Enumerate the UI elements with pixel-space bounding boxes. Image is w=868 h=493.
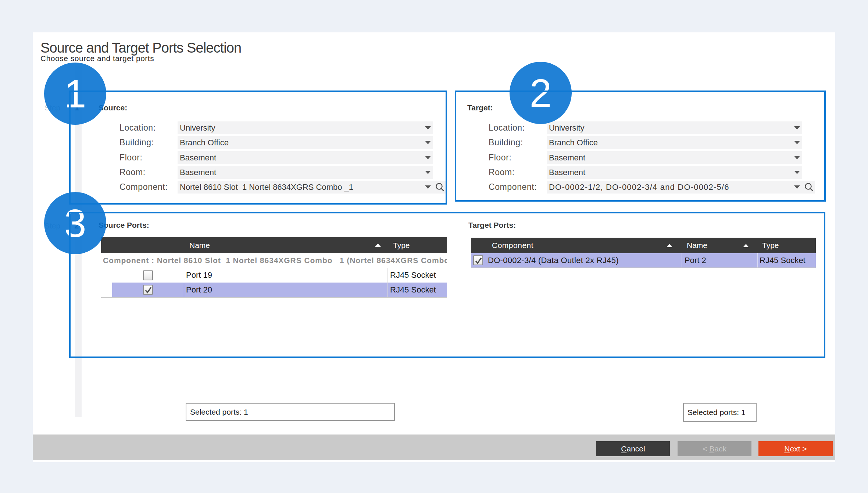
back-button[interactable]: < Back bbox=[678, 441, 751, 456]
button-label: ext > bbox=[790, 444, 807, 453]
page-title: Source and Target Ports Selection bbox=[40, 40, 241, 56]
target-selected-ports-box: Selected ports: 1 bbox=[683, 403, 757, 422]
next-button[interactable]: Next > bbox=[758, 441, 833, 456]
button-label: B bbox=[709, 444, 714, 453]
annotation-rect-1 bbox=[69, 91, 447, 205]
button-label: < bbox=[703, 444, 709, 453]
cancel-button[interactable]: Cancel bbox=[596, 441, 670, 456]
button-label: N bbox=[784, 444, 790, 453]
page-subtitle: Choose source and target ports bbox=[40, 54, 154, 63]
button-label: ancel bbox=[626, 444, 645, 453]
button-label: ack bbox=[714, 444, 726, 453]
annotation-rect-2 bbox=[455, 91, 826, 202]
button-label: C bbox=[621, 444, 626, 453]
annotation-rect-3 bbox=[69, 212, 825, 358]
source-selected-ports-box: Selected ports: 1 bbox=[186, 403, 395, 421]
